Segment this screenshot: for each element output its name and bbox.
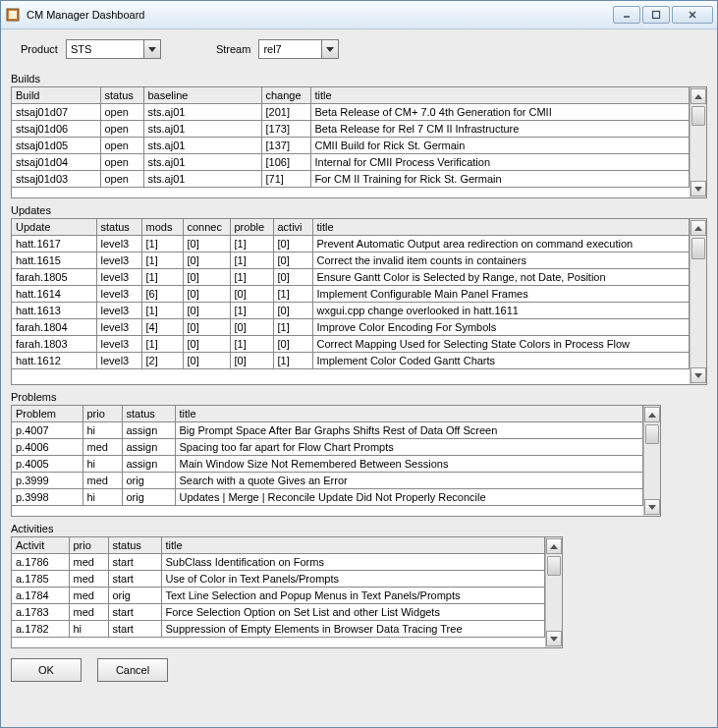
column-header[interactable]: Activit	[12, 537, 69, 554]
table-cell[interactable]: hi	[83, 422, 122, 439]
table-cell[interactable]: [0]	[183, 319, 230, 336]
table-cell[interactable]: Beta Release for Rel 7 CM II Infrastruct…	[310, 121, 690, 138]
table-cell[interactable]: level3	[96, 269, 141, 286]
table-cell[interactable]: [0]	[183, 269, 230, 286]
titlebar[interactable]: CM Manager Dashboard	[1, 1, 717, 29]
table-row[interactable]: a.1782histartSuppression of Empty Elemen…	[12, 621, 545, 638]
table-cell[interactable]: sts.aj01	[143, 121, 261, 138]
table-cell[interactable]: level3	[96, 319, 141, 336]
table-cell[interactable]: open	[100, 171, 143, 188]
table-cell[interactable]: farah.1805	[12, 269, 96, 286]
table-cell[interactable]: [0]	[230, 319, 273, 336]
problems-grid[interactable]: Problempriostatustitle p.4007hiassignBig…	[11, 405, 661, 517]
table-cell[interactable]: hi	[83, 489, 122, 506]
column-header[interactable]: title	[312, 219, 690, 236]
table-cell[interactable]: level3	[96, 286, 141, 303]
table-cell[interactable]: med	[83, 473, 122, 489]
column-header[interactable]: Problem	[12, 406, 83, 422]
scroll-up-icon[interactable]	[690, 220, 706, 236]
table-cell[interactable]: [1]	[141, 269, 183, 286]
table-cell[interactable]: level3	[96, 252, 141, 269]
table-cell[interactable]: [71]	[261, 171, 310, 188]
table-cell[interactable]: stsaj01d03	[12, 171, 100, 188]
column-header[interactable]: mods	[141, 219, 183, 236]
scroll-down-icon[interactable]	[690, 181, 706, 196]
table-row[interactable]: hatt.1617level3[1][0][1][0]Prevent Autom…	[12, 236, 690, 252]
table-cell[interactable]: hi	[69, 621, 108, 638]
chevron-down-icon[interactable]	[321, 40, 338, 58]
table-cell[interactable]: start	[108, 554, 161, 571]
table-cell[interactable]: [4]	[141, 319, 183, 336]
table-cell[interactable]: [1]	[273, 319, 312, 336]
table-cell[interactable]: Internal for CMII Process Verification	[310, 154, 690, 171]
table-cell[interactable]: [0]	[230, 353, 273, 369]
table-cell[interactable]: [1]	[141, 236, 183, 252]
table-cell[interactable]: Search with a quote Gives an Error	[175, 473, 643, 489]
table-cell[interactable]: [1]	[230, 303, 273, 319]
table-cell[interactable]: Force Selection Option on Set List and o…	[161, 604, 545, 621]
table-cell[interactable]: farah.1803	[12, 336, 96, 353]
table-row[interactable]: a.1783medstartForce Selection Option on …	[12, 604, 545, 621]
scroll-up-icon[interactable]	[546, 538, 562, 554]
column-header[interactable]: change	[261, 87, 310, 104]
table-cell[interactable]: [1]	[141, 336, 183, 353]
table-cell[interactable]: sts.aj01	[143, 171, 261, 188]
table-cell[interactable]: [1]	[141, 303, 183, 319]
table-cell[interactable]: [0]	[183, 336, 230, 353]
table-cell[interactable]: CMII Build for Rick St. Germain	[310, 138, 690, 154]
table-row[interactable]: stsaj01d07opensts.aj01[201]Beta Release …	[12, 104, 690, 121]
table-cell[interactable]: Prevent Automatic Output area redirectio…	[312, 236, 690, 252]
table-cell[interactable]: p.4007	[12, 422, 83, 439]
table-cell[interactable]: start	[108, 571, 161, 588]
table-cell[interactable]: stsaj01d06	[12, 121, 100, 138]
column-header[interactable]: title	[175, 406, 643, 422]
table-cell[interactable]: a.1784	[12, 588, 69, 604]
table-cell[interactable]: level3	[96, 336, 141, 353]
table-cell[interactable]: assign	[122, 439, 175, 456]
table-cell[interactable]: [1]	[141, 252, 183, 269]
table-cell[interactable]: a.1785	[12, 571, 69, 588]
table-cell[interactable]: p.3998	[12, 489, 83, 506]
table-cell[interactable]: a.1783	[12, 604, 69, 621]
column-header[interactable]: Build	[12, 87, 100, 104]
table-cell[interactable]: p.4005	[12, 456, 83, 473]
table-cell[interactable]: Main Window Size Not Remembered Between …	[175, 456, 643, 473]
table-row[interactable]: p.4005hiassignMain Window Size Not Remem…	[12, 456, 643, 473]
table-row[interactable]: stsaj01d03opensts.aj01[71]For CM II Trai…	[12, 171, 690, 188]
table-row[interactable]: farah.1805level3[1][0][1][0]Ensure Gantt…	[12, 269, 690, 286]
table-cell[interactable]: stsaj01d04	[12, 154, 100, 171]
table-cell[interactable]: orig	[122, 489, 175, 506]
table-cell[interactable]: [0]	[273, 252, 312, 269]
table-cell[interactable]: Use of Color in Text Panels/Prompts	[161, 571, 545, 588]
table-cell[interactable]: Correct the invalid item counts in conta…	[312, 252, 690, 269]
table-cell[interactable]: level3	[96, 236, 141, 252]
table-cell[interactable]: open	[100, 154, 143, 171]
table-cell[interactable]: sts.aj01	[143, 154, 261, 171]
scroll-thumb[interactable]	[691, 238, 705, 259]
table-cell[interactable]: med	[69, 571, 108, 588]
scroll-up-icon[interactable]	[644, 407, 660, 422]
table-cell[interactable]: med	[69, 554, 108, 571]
column-header[interactable]: connec	[183, 219, 230, 236]
table-row[interactable]: hatt.1612level3[2][0][0][1]Implement Col…	[12, 353, 690, 369]
table-cell[interactable]: farah.1804	[12, 319, 96, 336]
table-row[interactable]: a.1784medorigText Line Selection and Pop…	[12, 588, 545, 604]
table-row[interactable]: p.3998hiorigUpdates | Merge | Reconcile …	[12, 489, 643, 506]
table-cell[interactable]: stsaj01d05	[12, 138, 100, 154]
table-row[interactable]: hatt.1613level3[1][0][1][0]wxgui.cpp cha…	[12, 303, 690, 319]
column-header[interactable]: title	[310, 87, 690, 104]
scroll-down-icon[interactable]	[546, 631, 562, 646]
chevron-down-icon[interactable]	[143, 40, 160, 58]
scroll-down-icon[interactable]	[690, 367, 706, 383]
table-cell[interactable]: a.1782	[12, 621, 69, 638]
table-cell[interactable]: [1]	[230, 236, 273, 252]
column-header[interactable]: status	[122, 406, 175, 422]
table-row[interactable]: farah.1804level3[4][0][0][1]Improve Colo…	[12, 319, 690, 336]
column-header[interactable]: prio	[69, 537, 108, 554]
table-cell[interactable]: [0]	[273, 236, 312, 252]
column-header[interactable]: title	[161, 537, 545, 554]
updates-scrollbar[interactable]	[690, 219, 706, 384]
table-cell[interactable]: [0]	[230, 286, 273, 303]
table-cell[interactable]: level3	[96, 303, 141, 319]
builds-scrollbar[interactable]	[690, 87, 706, 197]
